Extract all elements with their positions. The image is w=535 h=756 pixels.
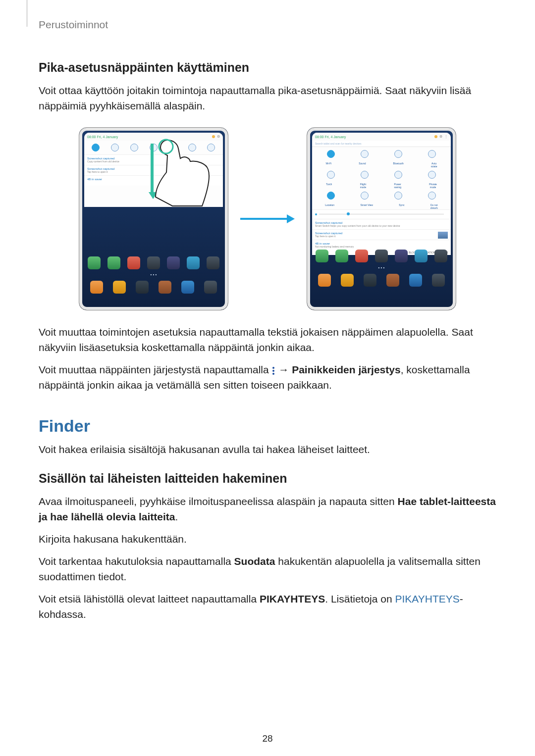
- tablet-illustration-right: 08:00 Fri, 4 January ⚙ ⋮ Search tablet a…: [307, 127, 456, 310]
- para-quick-settings: Voit muuttaa toimintojen asetuksia napau…: [39, 324, 496, 355]
- margin-rule: [27, 0, 27, 27]
- running-header: Perustoiminnot: [39, 19, 496, 31]
- quick-mid: . Lisätietoja on: [325, 593, 395, 605]
- tablet-illustration-left: 08:00 Fri, 4 January ⚙ Screenshot captur…: [79, 127, 228, 310]
- filter-bold: Suodata: [234, 555, 275, 567]
- page: Perustoiminnot Pika-asetusnäppäinten käy…: [0, 0, 535, 756]
- para-quickconnect: Voit etsiä lähistöllä olevat laitteet na…: [39, 591, 496, 622]
- para-quick-intro: Voit ottaa käyttöön joitakin toimintoja …: [39, 83, 496, 113]
- para-finder-intro: Voit hakea erilaisia sisältöjä hakusanan…: [39, 442, 496, 457]
- hand-gesture-icon: [153, 138, 212, 207]
- heading-finder: Finder: [39, 416, 496, 436]
- open-post: .: [175, 511, 178, 522]
- more-options-icon: [272, 367, 274, 375]
- heading-search-content: Sisällön tai läheisten laitteiden hakemi…: [39, 471, 496, 486]
- page-number: 28: [0, 733, 535, 744]
- quick-bold: PIKAYHTEYS: [260, 593, 325, 605]
- open-pre: Avaa ilmoituspaneeli, pyyhkäise ilmoitus…: [39, 496, 398, 507]
- para-filter: Voit tarkentaa hakutuloksia napauttamall…: [39, 554, 496, 584]
- filter-pre: Voit tarkentaa hakutuloksia napauttamall…: [39, 555, 234, 567]
- reorder-arrow: →: [278, 364, 292, 375]
- arrow-right-icon: [240, 214, 295, 223]
- para-reorder: Voit muuttaa näppäinten järjestystä napa…: [39, 362, 496, 393]
- quick-pre: Voit etsiä lähistöllä olevat laitteet na…: [39, 593, 260, 605]
- para-type-keyword: Kirjoita hakusana hakukenttään.: [39, 531, 496, 547]
- quick-link[interactable]: PIKAYHTEYS: [395, 593, 459, 605]
- figure-row: 08:00 Fri, 4 January ⚙ Screenshot captur…: [39, 127, 496, 310]
- reorder-bold: Painikkeiden järjestys: [292, 364, 400, 375]
- reorder-pre: Voit muuttaa näppäinten järjestystä napa…: [39, 364, 271, 375]
- heading-quick-settings: Pika-asetusnäppäinten käyttäminen: [39, 60, 496, 75]
- para-open-panel: Avaa ilmoituspaneeli, pyyhkäise ilmoitus…: [39, 494, 496, 524]
